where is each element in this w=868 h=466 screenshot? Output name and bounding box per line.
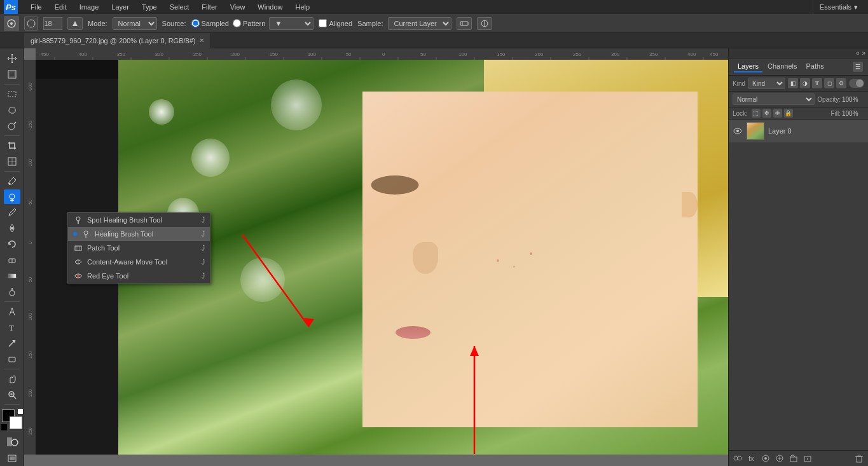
screen-mode-btn[interactable] bbox=[4, 451, 20, 466]
menu-type[interactable]: Type bbox=[139, 2, 160, 12]
quick-select-tool[interactable] bbox=[4, 118, 20, 134]
ctx-healing-shortcut: J bbox=[202, 231, 205, 238]
panel-menu-btn[interactable]: ☰ bbox=[853, 62, 863, 72]
lock-position-btn[interactable]: ✙ bbox=[773, 109, 782, 118]
panel-collapse-right-btn[interactable]: » bbox=[862, 50, 865, 57]
add-mask-btn[interactable] bbox=[761, 453, 771, 463]
add-adjustment-btn[interactable] bbox=[775, 453, 785, 463]
zoom-tool[interactable] bbox=[4, 387, 20, 402]
swap-colors-btn[interactable] bbox=[17, 408, 24, 415]
shape-tool[interactable] bbox=[4, 352, 20, 367]
brush-size-input[interactable] bbox=[43, 17, 62, 30]
svg-text:-150: -150 bbox=[268, 51, 279, 57]
menu-layer[interactable]: Layer bbox=[109, 2, 132, 12]
ignore-adj-btn[interactable] bbox=[457, 17, 472, 30]
ctx-spot-healing[interactable]: Spot Healing Brush Tool J bbox=[68, 213, 210, 227]
ctx-healing-brush[interactable]: Healing Brush Tool J bbox=[68, 227, 210, 241]
filter-type-dropdown[interactable]: Kind bbox=[748, 78, 785, 89]
healing-brush-tool[interactable] bbox=[4, 189, 20, 205]
lock-label: Lock: bbox=[733, 110, 748, 117]
brush-settings-btn[interactable] bbox=[67, 17, 83, 30]
canvas-inner[interactable]: Spot Healing Brush Tool J Healing Brush … bbox=[36, 60, 728, 455]
ctx-patch-label: Patch Tool bbox=[87, 244, 198, 252]
mode-dropdown[interactable]: Normal bbox=[113, 17, 157, 30]
layer-row[interactable]: Layer 0 bbox=[729, 120, 868, 142]
lasso-tool[interactable] bbox=[4, 102, 20, 118]
filter-pixel-btn[interactable]: ◧ bbox=[788, 78, 798, 88]
menu-view[interactable]: View bbox=[228, 2, 248, 12]
add-group-btn[interactable] bbox=[789, 453, 799, 463]
brush-tool[interactable] bbox=[4, 205, 20, 220]
active-tab[interactable]: girl-885779_960_720.jpg @ 200% (Layer 0,… bbox=[24, 33, 211, 48]
healing-brush-icon bbox=[81, 229, 91, 239]
fill-value[interactable]: 100% bbox=[842, 110, 864, 117]
panel-controls: ☰ bbox=[853, 62, 863, 72]
filter-adjustment-btn[interactable]: ◑ bbox=[800, 78, 810, 88]
svg-text:100: 100 bbox=[458, 51, 467, 57]
dodge-tool[interactable] bbox=[4, 284, 20, 299]
move-tool[interactable] bbox=[4, 51, 20, 66]
opacity-value[interactable]: 100% bbox=[842, 96, 864, 103]
svg-text:300: 300 bbox=[611, 51, 620, 57]
lock-all-btn[interactable]: 🔒 bbox=[784, 109, 793, 118]
color-swatches[interactable] bbox=[2, 409, 22, 429]
lock-image-btn[interactable]: ✥ bbox=[762, 109, 771, 118]
eyedropper-tool[interactable] bbox=[4, 174, 20, 189]
crop-tool[interactable] bbox=[4, 138, 20, 153]
filter-type-btn[interactable]: T bbox=[812, 78, 822, 88]
filter-toggle[interactable] bbox=[849, 79, 864, 88]
delete-layer-btn[interactable] bbox=[854, 453, 864, 463]
default-colors-btn[interactable] bbox=[1, 424, 7, 430]
content-aware-icon bbox=[73, 257, 83, 267]
svg-point-92 bbox=[76, 217, 80, 221]
essentials-button[interactable]: Essentials ▾ bbox=[813, 0, 864, 14]
menu-help[interactable]: Help bbox=[293, 2, 312, 12]
path-selection-tool[interactable] bbox=[4, 336, 20, 351]
marquee-tool[interactable] bbox=[4, 86, 20, 102]
svg-text:100: 100 bbox=[28, 313, 32, 320]
quick-mask-btn[interactable] bbox=[4, 435, 20, 450]
pen-tool[interactable] bbox=[4, 304, 20, 319]
brush-preview[interactable] bbox=[24, 17, 38, 31]
pattern-radio[interactable]: Pattern bbox=[233, 19, 265, 27]
ctx-red-eye[interactable]: Red Eye Tool J bbox=[68, 269, 210, 283]
aligned-checkbox[interactable]: Aligned bbox=[319, 19, 352, 27]
gradient-tool[interactable] bbox=[4, 268, 20, 284]
blend-mode-dropdown[interactable]: Normal bbox=[733, 93, 815, 105]
eraser-tool[interactable] bbox=[4, 252, 20, 268]
sampled-radio[interactable]: Sampled bbox=[191, 19, 229, 27]
link-layers-btn[interactable] bbox=[733, 453, 743, 463]
layer-visibility-toggle[interactable] bbox=[733, 126, 743, 136]
sample-dropdown[interactable]: Current Layer bbox=[388, 17, 451, 30]
pattern-dropdown[interactable]: ▼ bbox=[269, 17, 313, 30]
paths-tab[interactable]: Paths bbox=[803, 61, 828, 72]
clone-stamp-tool[interactable] bbox=[4, 221, 20, 236]
add-style-btn[interactable]: fx bbox=[747, 453, 757, 463]
background-color[interactable] bbox=[10, 416, 22, 429]
slice-tool[interactable] bbox=[4, 154, 20, 169]
menu-edit[interactable]: Edit bbox=[52, 2, 69, 12]
svg-point-105 bbox=[738, 456, 741, 460]
brush-btn[interactable] bbox=[477, 17, 492, 30]
add-layer-btn[interactable] bbox=[803, 453, 813, 463]
panel-collapse-left-btn[interactable]: « bbox=[856, 50, 860, 57]
type-tool[interactable]: T bbox=[4, 320, 20, 335]
ctx-patch[interactable]: Patch Tool J bbox=[68, 241, 210, 255]
menu-filter[interactable]: Filter bbox=[199, 2, 219, 12]
lock-transparent-btn[interactable]: ⬚ bbox=[752, 109, 761, 118]
hand-tool[interactable] bbox=[4, 371, 20, 387]
menu-image[interactable]: Image bbox=[77, 2, 102, 12]
artboard-tool[interactable] bbox=[4, 67, 20, 82]
menu-window[interactable]: Window bbox=[255, 2, 285, 12]
history-brush-tool[interactable] bbox=[4, 236, 20, 252]
channels-tab[interactable]: Channels bbox=[764, 61, 801, 72]
filter-smart-btn[interactable]: ⚙ bbox=[836, 78, 846, 88]
tab-close-btn[interactable]: ✕ bbox=[199, 37, 204, 44]
filter-shape-btn[interactable]: ◻ bbox=[824, 78, 834, 88]
layers-tab[interactable]: Layers bbox=[734, 61, 762, 72]
ctx-spot-healing-shortcut: J bbox=[202, 217, 205, 224]
menu-select[interactable]: Select bbox=[167, 2, 192, 12]
ctx-content-aware[interactable]: Content-Aware Move Tool J bbox=[68, 255, 210, 269]
spot-healing-icon bbox=[73, 215, 83, 225]
menu-file[interactable]: File bbox=[28, 2, 45, 12]
